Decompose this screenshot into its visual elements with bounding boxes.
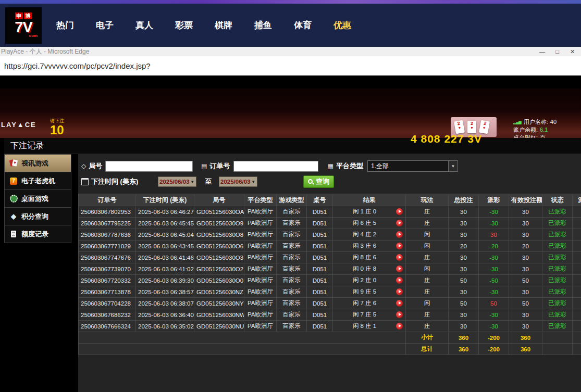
bet-time-label: 下注时间 (美东) — [91, 177, 138, 186]
replay-play-icon[interactable] — [396, 208, 403, 215]
total-bet: 30 — [449, 229, 479, 241]
order-id: 250603067713878 — [79, 286, 136, 298]
payout-time — [573, 275, 581, 286]
play-type: 庄 — [406, 286, 449, 298]
summary-status-empty — [542, 344, 573, 355]
round-id: GD051256030NY — [194, 298, 244, 309]
table-id: D051 — [307, 241, 333, 252]
bet-time: 2025-06-03 06:38:07 — [136, 298, 194, 309]
payout: 30 — [479, 229, 509, 241]
search-icon — [308, 179, 314, 185]
sidebar-item[interactable]: 桌面游戏 — [4, 189, 71, 208]
replay-play-icon[interactable] — [396, 323, 403, 330]
total-bet: 30 — [449, 218, 479, 229]
replay-play-icon[interactable] — [396, 265, 403, 272]
total-bet: 30 — [449, 286, 479, 298]
order-id: 250603067704228 — [79, 298, 136, 309]
order-id: 250603067795225 — [79, 218, 136, 229]
total-bet: 20 — [449, 241, 479, 252]
round-id: GD051256030OA — [194, 206, 244, 218]
round-input[interactable] — [105, 161, 193, 172]
total-bet: 50 — [449, 275, 479, 286]
site-logo[interactable]: 申 博 7V com — [5, 7, 42, 44]
replay-play-icon[interactable] — [396, 231, 403, 238]
status-badge: 已派彩 — [542, 309, 573, 321]
bet-record-row: 2506030676663242025-06-03 06:35:02GD0512… — [79, 321, 581, 332]
sidebar-item-label: 视讯游戏 — [21, 159, 48, 168]
column-header: 游戏类型 — [277, 194, 307, 206]
sidebar-item[interactable]: 额度记录 — [4, 225, 71, 243]
order-input[interactable] — [233, 161, 318, 172]
nav-item[interactable]: 体育 — [294, 19, 312, 31]
valid-bet: 30 — [509, 229, 542, 241]
platform: PA欧洲厅 — [244, 263, 277, 275]
summary-status-empty — [542, 332, 573, 344]
maximize-icon[interactable]: □ — [550, 47, 565, 56]
sidebar-item-label: 电子老虎机 — [21, 176, 55, 186]
bet-record-row: 2506030677952252025-06-03 06:45:45GD0512… — [79, 218, 581, 229]
date-from-select[interactable]: 2025/06/03 ▼ — [158, 176, 196, 187]
bet-record-row: 2506030677138782025-06-03 06:38:57GD0512… — [79, 286, 581, 298]
minimize-icon[interactable]: — — [535, 47, 550, 56]
account-info: ▂▄▆用户名称:40账户余额:6.1桌台限红:百 — [513, 118, 557, 138]
result: 闲 6 庄 5 — [333, 218, 406, 229]
column-header: 状态 — [542, 194, 573, 206]
replay-play-icon[interactable] — [396, 311, 403, 318]
result: 闲 1 庄 0 — [333, 206, 406, 218]
search-button[interactable]: 查询 — [303, 175, 334, 188]
table-id: D051 — [307, 218, 333, 229]
document-icon: ▤ — [201, 162, 207, 170]
replay-play-icon[interactable] — [396, 300, 403, 307]
to-label: 至 — [205, 177, 212, 186]
replay-play-icon[interactable] — [396, 254, 403, 261]
replay-play-icon[interactable] — [396, 277, 403, 284]
nav-item[interactable]: 热门 — [56, 19, 74, 31]
bet-time: 2025-06-03 06:38:57 — [136, 286, 194, 298]
platform-select[interactable]: 1.全部 ▼ — [367, 160, 458, 172]
platform-grid-icon: ▦ — [328, 162, 333, 170]
valid-bet: 30 — [509, 206, 542, 218]
result: 闲 7 庄 5 — [333, 309, 406, 321]
ledger-icon — [9, 230, 18, 238]
sidebar-item[interactable]: 电子老虎机 — [4, 172, 71, 190]
panel-title: 下注记录 — [4, 141, 44, 151]
nav-item[interactable]: 真人 — [135, 19, 153, 31]
platform: PA欧洲厅 — [244, 321, 277, 332]
payout: -30 — [479, 252, 509, 263]
bet-time: 2025-06-03 06:36:40 — [136, 309, 194, 321]
bet-record-row: 2506030677710292025-06-03 06:43:45GD0512… — [79, 241, 581, 252]
table-id: D051 — [307, 298, 333, 309]
playace-brand-text: LAY▲CE — [1, 121, 36, 129]
nav-item[interactable]: 棋牌 — [215, 19, 232, 31]
replay-play-icon[interactable] — [396, 220, 403, 226]
chevron-down-icon: ▼ — [448, 161, 458, 171]
address-bar[interactable]: https://gci.7vvvvvv.com/pc/pcv2/index.js… — [0, 56, 581, 75]
nav-item[interactable]: 电子 — [96, 19, 114, 31]
nav-item[interactable]: 捕鱼 — [254, 19, 272, 31]
valid-bet: 20 — [509, 241, 542, 252]
date-to-select[interactable]: 2025/06/03 ▼ — [219, 176, 257, 187]
sidebar-item-label: 额度记录 — [21, 230, 48, 239]
signal-icon: ▂▄▆ — [513, 118, 522, 126]
account-line-value: 6.1 — [540, 126, 548, 134]
bet-time: 2025-06-03 06:39:30 — [136, 275, 194, 286]
order-id: 250603067686232 — [79, 309, 136, 321]
summary-label: 总计 — [406, 344, 449, 355]
column-header: 订单号 — [79, 194, 136, 206]
replay-play-icon[interactable] — [396, 288, 403, 295]
table-id: D051 — [307, 275, 333, 286]
table-id: D051 — [307, 252, 333, 263]
play-type: 闲 — [406, 241, 449, 252]
replay-play-icon[interactable] — [396, 243, 403, 249]
play-type: 庄 — [406, 321, 449, 332]
order-id: 250603067747676 — [79, 252, 136, 263]
payout-time — [573, 206, 581, 218]
sidebar-item[interactable]: 视讯游戏 — [4, 154, 71, 172]
nav-item[interactable]: 优惠 — [333, 19, 351, 31]
date-to-value: 2025/06/03 — [219, 179, 251, 185]
close-icon[interactable]: ✕ — [565, 47, 580, 56]
column-header: 结果 — [333, 194, 406, 206]
round-id: GD051256030NU — [194, 321, 244, 332]
nav-item[interactable]: 彩票 — [175, 19, 193, 31]
sidebar-item[interactable]: 积分查询 — [4, 207, 71, 225]
